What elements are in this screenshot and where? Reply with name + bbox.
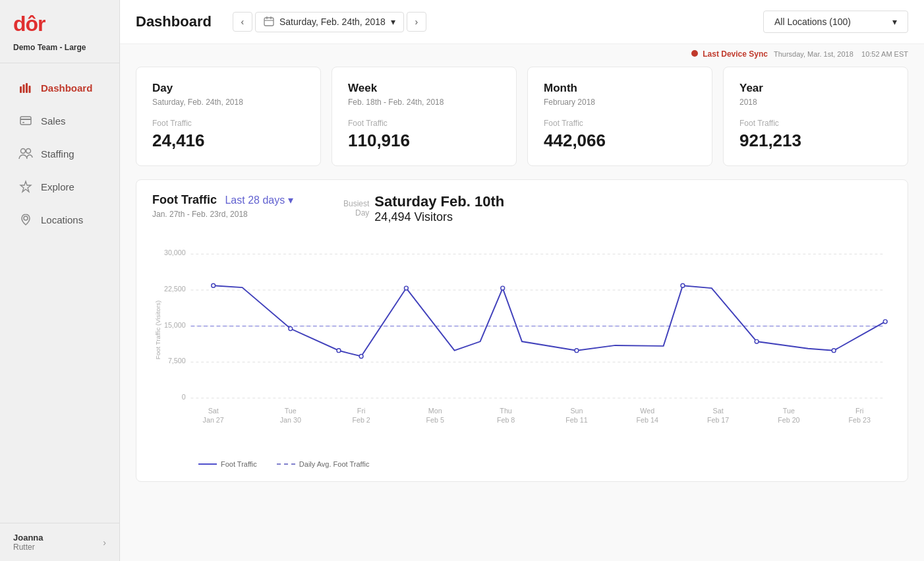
svg-text:Feb 8: Feb 8 [497, 416, 515, 424]
chart-card: Foot Traffic Last 28 days ▾ Jan. 27th - … [136, 179, 908, 482]
legend-label-daily-avg: Daily Avg. Foot Traffic [299, 460, 370, 468]
svg-rect-11 [264, 18, 274, 26]
svg-text:22,500: 22,500 [164, 285, 186, 293]
chart-header: Foot Traffic Last 28 days ▾ Jan. 27th - … [152, 193, 892, 224]
svg-text:Feb 2: Feb 2 [352, 416, 370, 424]
date-selector[interactable]: Saturday, Feb. 24th, 2018 ▾ [255, 12, 404, 32]
location-filter[interactable]: All Locations (100) ▾ [763, 11, 908, 33]
sidebar-item-locations[interactable]: Locations [5, 204, 114, 235]
svg-point-29 [337, 349, 341, 353]
svg-rect-5 [20, 119, 31, 120]
stat-subtitle-year: 2018 [739, 98, 892, 107]
svg-point-32 [501, 286, 505, 290]
sidebar-divider [0, 63, 119, 63]
staffing-icon [18, 146, 33, 161]
svg-point-34 [681, 283, 685, 287]
svg-text:Feb 20: Feb 20 [778, 416, 799, 424]
stat-subtitle-day: Saturday, Feb. 24th, 2018 [152, 98, 304, 107]
stat-label-month: Foot Traffic [544, 119, 696, 128]
date-navigation: ‹ Saturday, Feb. 24th, 2018 ▾ › [233, 12, 426, 32]
svg-text:30,000: 30,000 [164, 249, 186, 256]
svg-text:Sun: Sun [570, 407, 583, 415]
sidebar-item-sales[interactable]: Sales [5, 105, 114, 136]
svg-text:Feb 23: Feb 23 [849, 416, 871, 424]
legend-daily-avg: Daily Avg. Foot Traffic [277, 460, 370, 468]
locations-icon [18, 212, 33, 227]
stat-subtitle-month: February 2018 [544, 98, 696, 107]
sidebar: dôr Demo Team - Large Dashboard [0, 0, 120, 561]
stat-title-month: Month [544, 82, 696, 95]
svg-text:Tue: Tue [783, 407, 795, 415]
sidebar-item-dashboard[interactable]: Dashboard [5, 73, 114, 103]
svg-text:Sat: Sat [208, 407, 219, 415]
stat-value-week: 110,916 [348, 131, 500, 151]
prev-date-button[interactable]: ‹ [233, 12, 252, 32]
stat-title-year: Year [739, 82, 892, 95]
stat-subtitle-week: Feb. 18th - Feb. 24th, 2018 [348, 98, 500, 107]
sync-date: Thursday, Mar. 1st, 2018 [774, 50, 853, 58]
svg-point-8 [26, 149, 31, 154]
sync-time: 10:52 AM EST [861, 50, 908, 58]
svg-rect-4 [20, 117, 31, 125]
svg-text:7,500: 7,500 [168, 357, 186, 365]
sidebar-label-dashboard: Dashboard [41, 82, 92, 94]
sidebar-label-locations: Locations [41, 214, 83, 225]
stat-label-day: Foot Traffic [152, 119, 304, 128]
sync-status-dot [691, 50, 698, 57]
busiest-visitors: 24,494 Visitors [374, 210, 504, 224]
svg-point-36 [832, 349, 836, 353]
svg-text:15,000: 15,000 [164, 321, 186, 329]
svg-rect-2 [26, 83, 28, 93]
svg-text:Feb 5: Feb 5 [426, 416, 444, 424]
svg-text:Tue: Tue [285, 407, 297, 415]
svg-text:Thu: Thu [500, 407, 512, 415]
sidebar-nav: Dashboard Sales [0, 67, 119, 523]
svg-point-28 [289, 327, 293, 331]
stat-card-month: Month February 2018 Foot Traffic 442,066 [527, 67, 712, 166]
busiest-day-value: Saturday Feb. 10th [374, 193, 504, 210]
sidebar-label-explore: Explore [41, 181, 74, 192]
legend-foot-traffic: Foot Traffic [198, 460, 257, 468]
svg-point-27 [212, 283, 216, 287]
stat-title-day: Day [152, 82, 304, 95]
chart-busiest-section: Busiest Day Saturday Feb. 10th 24,494 Vi… [343, 193, 504, 224]
user-last-name: Rutter [13, 543, 43, 552]
sidebar-item-staffing[interactable]: Staffing [5, 138, 114, 169]
location-filter-label: All Locations (100) [774, 16, 851, 27]
stat-title-week: Week [348, 82, 500, 95]
next-date-button[interactable]: › [407, 12, 426, 32]
chevron-right-icon: › [103, 537, 106, 548]
legend-line-dashed [277, 463, 295, 465]
sync-label: Last Device Sync [703, 49, 768, 59]
svg-point-33 [575, 349, 579, 353]
svg-point-31 [404, 286, 408, 290]
chart-area: 30,000 22,500 15,000 7,500 0 Foot Traffi… [152, 231, 892, 468]
svg-rect-3 [29, 86, 31, 93]
calendar-icon [264, 16, 274, 28]
sidebar-label-sales: Sales [41, 115, 66, 127]
chart-legend: Foot Traffic Daily Avg. Foot Traffic [152, 455, 892, 468]
svg-text:0: 0 [182, 393, 186, 401]
sidebar-item-explore[interactable]: Explore [5, 171, 114, 202]
user-info: Joanna Rutter [13, 533, 43, 552]
user-profile[interactable]: Joanna Rutter › [0, 523, 119, 561]
svg-text:Feb 11: Feb 11 [565, 416, 587, 424]
svg-rect-6 [22, 122, 24, 123]
app-logo: dôr [0, 0, 119, 43]
stat-value-day: 24,416 [152, 131, 304, 151]
date-dropdown-icon: ▾ [391, 16, 395, 27]
stat-label-year: Foot Traffic [739, 119, 892, 128]
device-sync-bar: Last Device Sync Thursday, Mar. 1st, 201… [136, 44, 908, 67]
svg-marker-9 [20, 181, 31, 192]
content-area: Last Device Sync Thursday, Mar. 1st, 201… [120, 44, 924, 561]
stat-card-day: Day Saturday, Feb. 24th, 2018 Foot Traff… [136, 67, 321, 166]
svg-point-35 [755, 340, 759, 343]
stats-row: Day Saturday, Feb. 24th, 2018 Foot Traff… [136, 67, 908, 166]
team-name: Demo Team - Large [0, 43, 119, 63]
svg-rect-0 [20, 86, 22, 93]
main-content: Dashboard ‹ Saturday, Feb. 24th, 2018 ▾ … [120, 0, 924, 561]
svg-text:Foot Traffic (Visitors): Foot Traffic (Visitors) [154, 301, 161, 360]
stat-card-week: Week Feb. 18th - Feb. 24th, 2018 Foot Tr… [332, 67, 517, 166]
chart-period-button[interactable]: Last 28 days ▾ [225, 194, 293, 206]
svg-text:Feb 17: Feb 17 [707, 416, 729, 424]
